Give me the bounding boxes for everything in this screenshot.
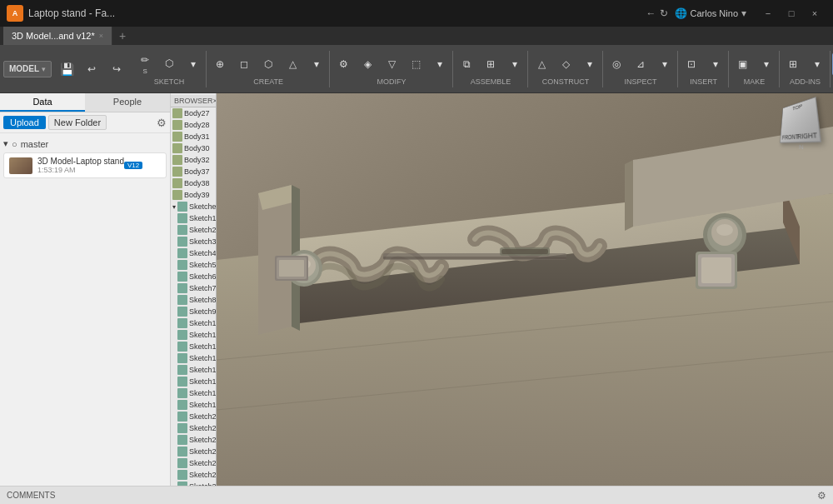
tb-modify-btn3[interactable]: ▽	[380, 52, 403, 76]
3d-viewport[interactable]: TOP FRONT RIGHT N	[217, 93, 833, 486]
comments-settings-icon[interactable]: ⚙	[817, 490, 826, 502]
browser-item[interactable]: Sketch16	[171, 364, 216, 376]
maximize-button[interactable]: □	[780, 5, 803, 22]
browser-item[interactable]: Body38	[171, 177, 216, 189]
new-folder-button[interactable]: New Folder	[48, 115, 107, 130]
browser-item[interactable]: Sketch6	[171, 271, 216, 282]
tb-create-more-btn[interactable]: ▾	[305, 52, 328, 76]
browser-item[interactable]: Sketch19	[171, 399, 216, 411]
comments-bar: COMMENTS ⚙	[0, 486, 833, 504]
tb-modify-btn4[interactable]: ⬚	[404, 52, 427, 76]
tb-construct-btn2[interactable]: ◇	[554, 52, 577, 76]
tb-modify-more-btn[interactable]: ▾	[428, 52, 451, 76]
tb-construct-more-btn[interactable]: ▾	[578, 52, 601, 76]
tb-create-btn1[interactable]: ⊕	[208, 52, 232, 76]
browser-item[interactable]: Body31	[171, 131, 216, 142]
viewcube[interactable]: TOP FRONT RIGHT N	[776, 100, 826, 150]
tb-inspect-btn1[interactable]: ◎	[605, 52, 628, 76]
tb-assemble-btn1[interactable]: ⧉	[455, 52, 478, 76]
model-label: MODEL	[9, 64, 39, 73]
browser-item[interactable]: Sketch25	[171, 434, 216, 446]
tb-create-btn3[interactable]: ⬡	[257, 52, 280, 76]
tb-modify-btn1[interactable]: ⚙	[332, 52, 355, 76]
refresh-button[interactable]: ↻	[660, 7, 668, 19]
tb-construct-btn1[interactable]: △	[530, 52, 553, 76]
browser-item[interactable]: Sketch5	[171, 259, 216, 271]
tb-finish-sketch-btn[interactable]: ⬡	[157, 52, 181, 76]
browser-item[interactable]: Sketch27	[171, 457, 216, 469]
sketch-icon	[177, 458, 187, 468]
browser-item[interactable]: Body27	[171, 107, 216, 119]
browser-item-label: Sketch18	[189, 389, 217, 397]
browser-item[interactable]: Sketch20	[171, 411, 216, 422]
tb-create-btn2[interactable]: ◻	[232, 52, 256, 76]
expand-arrow-icon[interactable]: ▾	[172, 203, 176, 211]
browser-item-label: Sketch17	[189, 377, 217, 386]
minimize-button[interactable]: −	[756, 5, 780, 22]
tb-make-more-btn[interactable]: ▾	[755, 52, 778, 76]
tab-close-icon[interactable]: ×	[99, 32, 103, 40]
browser-item[interactable]: Sketch17	[171, 376, 216, 387]
tb-assemble-btn2[interactable]: ⊞	[479, 52, 502, 76]
browser-item[interactable]: Sketch4	[171, 247, 216, 259]
tab-people[interactable]: People	[85, 93, 170, 112]
file-subtitle: 1:53:19 AM	[37, 166, 124, 174]
browser-item-label: Body31	[184, 132, 210, 141]
browser-item[interactable]: Sketch14	[171, 341, 216, 352]
tb-sketch-extra-btn[interactable]: ▾	[182, 52, 205, 76]
browser-item[interactable]: Sketch28	[171, 469, 216, 481]
browser-item[interactable]: Sketch9	[171, 306, 216, 317]
browser-item[interactable]: Sketch7	[171, 282, 216, 294]
browser-item[interactable]: Body37	[171, 166, 216, 177]
sketch-icon	[177, 330, 187, 340]
back-button[interactable]: ←	[646, 7, 656, 19]
tb-insert-btn1[interactable]: ⊡	[680, 52, 703, 76]
tb-inspect-btn2[interactable]: ⊿	[629, 52, 652, 76]
tab-data[interactable]: Data	[0, 93, 85, 112]
user-dropdown-icon[interactable]: ▾	[741, 7, 746, 19]
tb-insert-more-btn[interactable]: ▾	[704, 52, 727, 76]
tb-undo-btn[interactable]: ↩	[80, 57, 103, 81]
add-tab-button[interactable]: +	[112, 29, 132, 42]
tb-addins-more-btn[interactable]: ▾	[806, 52, 829, 76]
file-item[interactable]: 3D Model-Laptop stand 1:53:19 AM V12	[3, 152, 167, 178]
browser-item[interactable]: Sketch10	[171, 317, 216, 329]
tb-addins-btn[interactable]: ⊞	[781, 52, 805, 76]
browser-item[interactable]: Sketch3	[171, 236, 216, 247]
browser-item[interactable]: Body30	[171, 142, 216, 154]
viewcube-box[interactable]: TOP FRONT RIGHT	[780, 97, 821, 143]
browser-item[interactable]: Sketch15	[171, 352, 216, 364]
tb-inspect-more-btn[interactable]: ▾	[653, 52, 676, 76]
browser-item-label: Sketch26	[189, 447, 217, 456]
upload-button[interactable]: Upload	[3, 116, 46, 129]
tab-3dmodel[interactable]: 3D Model...and v12* ×	[3, 27, 112, 45]
model-dropdown[interactable]: MODEL ▾	[3, 61, 52, 77]
browser-item[interactable]: Sketch18	[171, 387, 216, 399]
browser-item[interactable]: Sketch12	[171, 329, 216, 341]
browser-item[interactable]: Sketch26	[171, 446, 216, 457]
tb-save-btn[interactable]: 💾	[55, 57, 78, 81]
browser-item[interactable]: Body28	[171, 119, 216, 131]
browser-item[interactable]: ▾Sketches	[171, 201, 216, 212]
tb-create-btn4[interactable]: △	[281, 52, 304, 76]
browser-item[interactable]: Sketch1	[171, 212, 216, 224]
tb-sketch-btn[interactable]: ✏ S	[133, 52, 157, 76]
tb-make-btn1[interactable]: ▣	[731, 52, 754, 76]
browser-item-label: Sketch19	[189, 401, 217, 409]
browser-item-label: Sketch27	[189, 459, 217, 467]
browser-item[interactable]: Sketch24	[171, 422, 216, 434]
close-button[interactable]: ×	[803, 5, 826, 22]
sketch-icon	[177, 237, 187, 247]
browser-item[interactable]: Sketch2	[171, 224, 216, 236]
browser-item-label: Body37	[184, 167, 210, 176]
panel-settings-icon[interactable]: ⚙	[157, 117, 167, 129]
tb-assemble-more-btn[interactable]: ▾	[503, 52, 526, 76]
browser-item[interactable]: Sketch8	[171, 294, 216, 306]
browser-item[interactable]: Body39	[171, 189, 216, 201]
browser-item[interactable]: Sketch29	[171, 481, 216, 486]
tb-redo-btn[interactable]: ↪	[105, 57, 128, 81]
tb-modify-btn2[interactable]: ◈	[356, 52, 379, 76]
browser-item-label: Sketch4	[189, 249, 217, 257]
tree-expand-icon[interactable]: ▾	[3, 138, 8, 149]
browser-item[interactable]: Body32	[171, 154, 216, 166]
